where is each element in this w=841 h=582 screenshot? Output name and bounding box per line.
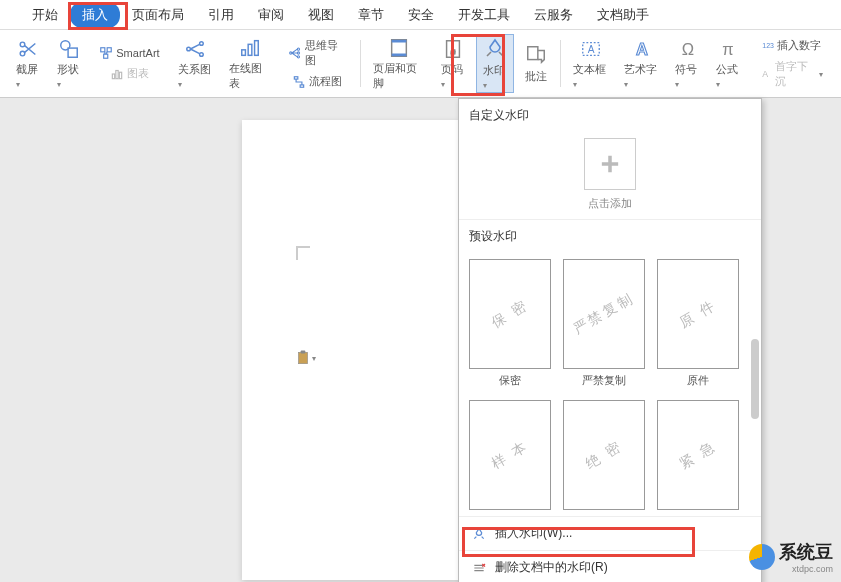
svg-text:123: 123 xyxy=(763,42,775,49)
svg-rect-4 xyxy=(101,48,105,52)
shapes-icon xyxy=(57,38,81,60)
svg-rect-6 xyxy=(104,54,108,58)
textbox-label: 文本框 xyxy=(573,63,606,75)
remove-watermark-link[interactable]: 删除文档中的水印(R) xyxy=(459,550,761,582)
relate-icon xyxy=(183,38,207,60)
smartart-button[interactable]: SmartArt xyxy=(97,44,161,62)
svg-rect-24 xyxy=(392,53,407,56)
mindmap-button[interactable]: 思维导图 xyxy=(286,36,348,70)
insertnum-label: 插入数字 xyxy=(777,38,821,53)
dropcap-button[interactable]: A首字下沉▾ xyxy=(757,57,825,91)
tab-chapter[interactable]: 章节 xyxy=(346,2,396,28)
watermark-label: 水印 xyxy=(483,64,505,76)
shape-button[interactable]: 形状▾ xyxy=(51,34,88,93)
preset-nocopy[interactable]: 严禁复制严禁复制 xyxy=(563,259,645,388)
textbox-button[interactable]: A 文本框▾ xyxy=(567,34,614,93)
tab-ref[interactable]: 引用 xyxy=(196,2,246,28)
svg-rect-20 xyxy=(295,76,299,78)
preset-confidential-label: 保密 xyxy=(469,373,551,388)
svg-rect-21 xyxy=(300,84,304,86)
omega-icon: Ω xyxy=(676,38,700,60)
margin-corner-icon xyxy=(296,246,310,260)
svg-point-11 xyxy=(200,42,204,46)
smartart-label: SmartArt xyxy=(116,47,159,59)
preset-sample[interactable]: 样 本 xyxy=(469,400,551,510)
screenshot-button[interactable]: 截屏▾ xyxy=(10,34,47,93)
insert-watermark-label: 插入水印(W)... xyxy=(495,525,572,542)
paste-options-button[interactable]: ▾ xyxy=(296,348,316,368)
svg-rect-36 xyxy=(301,351,306,354)
wordart-button[interactable]: A 艺术字▾ xyxy=(618,34,665,93)
ribbon: 截屏▾ 形状▾ SmartArt 图表 关系图▾ 在线图表 思维导图 流程图 页… xyxy=(0,30,841,98)
svg-rect-27 xyxy=(528,47,538,60)
preset-original[interactable]: 原 件原件 xyxy=(657,259,739,388)
tab-safe[interactable]: 安全 xyxy=(396,2,446,28)
relate-button[interactable]: 关系图▾ xyxy=(172,34,219,93)
symbol-button[interactable]: Ω 符号▾ xyxy=(669,34,706,93)
tab-dev[interactable]: 开发工具 xyxy=(446,2,522,28)
mindmap-label: 思维导图 xyxy=(305,38,346,68)
pagenum-label: 页码 xyxy=(441,63,463,75)
svg-rect-13 xyxy=(241,49,245,55)
svg-rect-23 xyxy=(392,39,407,42)
pi-icon: π xyxy=(716,38,740,60)
relate-label: 关系图 xyxy=(178,63,211,75)
scissors-icon xyxy=(16,38,40,60)
tab-insert[interactable]: 插入 xyxy=(70,2,120,28)
dropdown-scrollbar[interactable] xyxy=(751,339,759,419)
tab-start[interactable]: 开始 xyxy=(20,2,70,28)
equation-label: 公式 xyxy=(716,63,738,75)
flowchart-button[interactable]: 流程图 xyxy=(290,72,344,91)
tab-review[interactable]: 审阅 xyxy=(246,2,296,28)
headerfooter-button[interactable]: 页眉和页脚 xyxy=(367,34,431,93)
svg-rect-3 xyxy=(68,48,77,57)
shape-label: 形状 xyxy=(57,63,79,75)
add-watermark-label: 点击添加 xyxy=(459,196,761,211)
svg-text:A: A xyxy=(588,44,595,55)
document-page[interactable] xyxy=(242,120,462,580)
remove-watermark-label: 删除文档中的水印(R) xyxy=(495,559,608,576)
svg-text:#: # xyxy=(451,48,456,57)
preset-urgent[interactable]: 紧 急 xyxy=(657,400,739,510)
custom-watermark-header: 自定义水印 xyxy=(459,99,761,132)
insert-watermark-link[interactable]: 插入水印(W)... xyxy=(459,516,761,550)
plus-icon xyxy=(596,150,624,178)
pagenum-icon: # xyxy=(441,38,465,60)
svg-text:π: π xyxy=(723,40,734,58)
watermark-button[interactable]: 水印▾ xyxy=(476,34,515,93)
brand-watermark: 系统豆 xtdpc.com xyxy=(749,540,833,574)
pagenum-button[interactable]: # 页码▾ xyxy=(435,34,472,93)
chart-button[interactable]: 图表 xyxy=(108,64,151,83)
preset-topsecret[interactable]: 绝 密 xyxy=(563,400,645,510)
svg-rect-35 xyxy=(298,352,307,363)
tab-cloud[interactable]: 云服务 xyxy=(522,2,585,28)
svg-rect-14 xyxy=(248,44,252,55)
headerfooter-label: 页眉和页脚 xyxy=(373,61,425,91)
dropcap-label: 首字下沉 xyxy=(775,59,816,89)
comment-button[interactable]: 批注 xyxy=(518,34,554,93)
wordart-icon: A xyxy=(630,38,654,60)
svg-rect-8 xyxy=(116,70,118,78)
svg-text:Ω: Ω xyxy=(682,40,694,58)
onlinechart-button[interactable]: 在线图表 xyxy=(223,34,277,93)
flowchart-label: 流程图 xyxy=(309,74,342,89)
svg-point-10 xyxy=(187,47,191,51)
svg-rect-9 xyxy=(119,72,121,78)
tab-view[interactable]: 视图 xyxy=(296,2,346,28)
svg-point-16 xyxy=(290,52,292,54)
watermark-dropdown: 自定义水印 点击添加 预设水印 保 密保密 严禁复制严禁复制 原 件原件 样 本… xyxy=(458,98,762,582)
preset-confidential[interactable]: 保 密保密 xyxy=(469,259,551,388)
wordart-label: 艺术字 xyxy=(624,63,657,75)
svg-point-12 xyxy=(200,53,204,57)
symbol-label: 符号 xyxy=(675,63,697,75)
clipboard-icon xyxy=(296,350,310,366)
tab-layout[interactable]: 页面布局 xyxy=(120,2,196,28)
insertnum-button[interactable]: 123插入数字 xyxy=(758,36,823,55)
equation-button[interactable]: π 公式▾ xyxy=(710,34,747,93)
svg-point-17 xyxy=(298,48,300,50)
remove-watermark-icon xyxy=(471,560,487,576)
tab-helper[interactable]: 文档助手 xyxy=(585,2,661,28)
add-watermark-button[interactable] xyxy=(584,138,636,190)
comment-label: 批注 xyxy=(525,69,547,84)
brand-url: xtdpc.com xyxy=(779,564,833,574)
